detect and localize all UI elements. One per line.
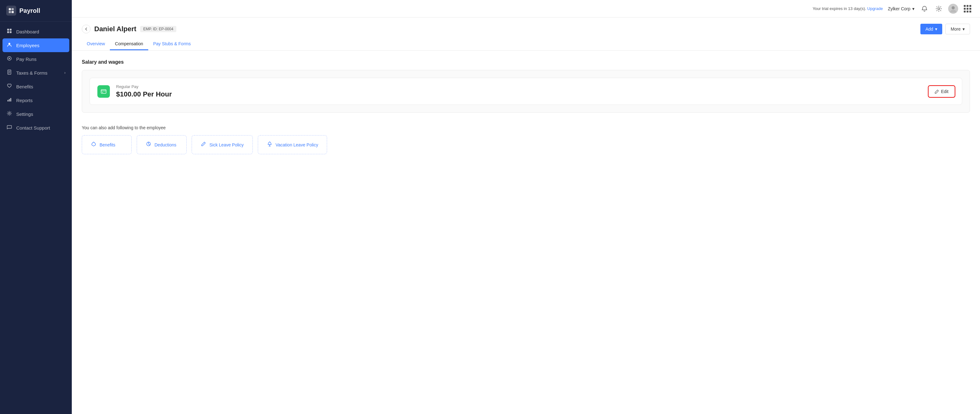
main-wrapper: Your trial expires in 13 day(s). Upgrade… xyxy=(72,0,980,414)
employee-id-badge: EMP. ID: EP-0004 xyxy=(140,26,177,32)
svg-rect-21 xyxy=(101,89,106,93)
vacation-leave-card-label: Vacation Leave Policy xyxy=(275,142,318,147)
employee-name: Daniel Alpert xyxy=(94,25,137,33)
back-button[interactable] xyxy=(82,25,91,33)
svg-rect-0 xyxy=(9,8,11,10)
sidebar-item-employees[interactable]: Employees xyxy=(3,38,69,52)
content: Daniel Alpert EMP. ID: EP-0004 Add ▾ Mor… xyxy=(72,18,980,414)
add-sick-leave-card[interactable]: Sick Leave Policy xyxy=(192,135,253,154)
sidebar: Payroll Dashboard Employees Pay Runs Tax… xyxy=(0,0,72,414)
tabs: Overview Compensation Pay Stubs & Forms xyxy=(72,38,980,51)
taxes-forms-icon xyxy=(6,70,13,76)
svg-rect-2 xyxy=(9,11,11,13)
section-title: Salary and wages xyxy=(82,59,970,65)
org-selector[interactable]: Zylker Corp ▾ xyxy=(888,6,915,11)
header-actions: Add ▾ More ▾ xyxy=(920,24,970,34)
content-body: Salary and wages Regular Pay $100.00 Per… xyxy=(72,51,980,163)
svg-point-18 xyxy=(938,8,940,10)
page-header: Daniel Alpert EMP. ID: EP-0004 Add ▾ Mor… xyxy=(72,18,980,34)
add-benefits-card[interactable]: Benefits xyxy=(82,135,132,154)
pay-runs-icon xyxy=(6,56,13,62)
svg-rect-5 xyxy=(10,29,11,30)
taxes-forms-arrow-icon: › xyxy=(64,70,65,75)
sidebar-item-benefits[interactable]: Benefits xyxy=(0,80,72,93)
page-title-row: Daniel Alpert EMP. ID: EP-0004 xyxy=(82,25,177,33)
top-header: Your trial expires in 13 day(s). Upgrade… xyxy=(72,0,980,18)
sidebar-item-contact-support[interactable]: Contact Support xyxy=(0,121,72,135)
avatar[interactable] xyxy=(948,4,958,14)
settings-icon xyxy=(6,111,13,117)
sidebar-item-pay-runs[interactable]: Pay Runs xyxy=(0,52,72,66)
svg-point-17 xyxy=(9,113,10,114)
upgrade-link[interactable]: Upgrade xyxy=(867,6,883,11)
employees-icon xyxy=(6,42,13,48)
sidebar-nav: Dashboard Employees Pay Runs Taxes & For… xyxy=(0,22,72,414)
sidebar-item-label: Benefits xyxy=(16,84,33,89)
sidebar-item-label: Pay Runs xyxy=(16,57,37,62)
benefits-icon xyxy=(6,83,13,89)
svg-rect-3 xyxy=(11,11,14,13)
svg-rect-7 xyxy=(10,31,11,33)
salary-card-wrapper: Regular Pay $100.00 Per Hour Edit xyxy=(82,70,970,113)
trial-notice: Your trial expires in 13 day(s). Upgrade xyxy=(813,6,883,11)
vacation-leave-card-icon xyxy=(267,141,272,148)
apps-grid-button[interactable] xyxy=(963,4,972,14)
sick-leave-card-label: Sick Leave Policy xyxy=(209,142,244,147)
more-chevron-icon: ▾ xyxy=(963,27,965,32)
add-chevron-icon: ▾ xyxy=(935,27,937,32)
add-following-section: You can also add following to the employ… xyxy=(82,125,970,154)
svg-rect-15 xyxy=(9,99,10,102)
add-cards: Benefits Deductions Sick Leave Policy xyxy=(82,135,970,154)
tab-pay-stubs[interactable]: Pay Stubs & Forms xyxy=(148,38,196,50)
notifications-button[interactable] xyxy=(920,4,929,14)
sidebar-item-reports[interactable]: Reports xyxy=(0,93,72,107)
sick-leave-card-icon xyxy=(201,141,206,148)
logo-icon xyxy=(6,6,16,16)
svg-rect-14 xyxy=(8,100,8,102)
settings-button[interactable] xyxy=(934,4,944,14)
svg-point-20 xyxy=(951,6,955,10)
pay-info: Regular Pay $100.00 Per Hour xyxy=(116,84,923,98)
more-button[interactable]: More ▾ xyxy=(945,24,970,34)
deductions-card-icon xyxy=(146,141,151,148)
add-following-title: You can also add following to the employ… xyxy=(82,125,970,130)
pay-type-icon xyxy=(97,85,110,98)
sidebar-item-label: Employees xyxy=(16,43,39,48)
header-icons xyxy=(920,4,972,14)
svg-rect-6 xyxy=(7,31,9,33)
pay-amount: $100.00 Per Hour xyxy=(116,90,923,98)
sidebar-item-label: Settings xyxy=(16,111,33,117)
tab-overview[interactable]: Overview xyxy=(82,38,110,50)
sidebar-item-label: Reports xyxy=(16,98,33,103)
pay-label: Regular Pay xyxy=(116,84,923,89)
contact-support-icon xyxy=(6,124,13,131)
sidebar-item-settings[interactable]: Settings xyxy=(0,107,72,121)
add-button[interactable]: Add ▾ xyxy=(920,24,942,34)
reports-icon xyxy=(6,97,13,104)
benefits-card-icon xyxy=(91,141,96,148)
sidebar-item-dashboard[interactable]: Dashboard xyxy=(0,25,72,38)
svg-point-8 xyxy=(8,43,10,45)
app-logo: Payroll xyxy=(0,0,72,22)
add-deductions-card[interactable]: Deductions xyxy=(137,135,187,154)
chevron-down-icon: ▾ xyxy=(912,6,915,11)
edit-button[interactable]: Edit xyxy=(929,86,955,97)
svg-rect-16 xyxy=(10,98,11,102)
salary-card: Regular Pay $100.00 Per Hour Edit xyxy=(89,78,962,105)
sidebar-item-label: Taxes & Forms xyxy=(16,70,48,76)
svg-rect-1 xyxy=(11,8,14,10)
sidebar-item-taxes-forms[interactable]: Taxes & Forms › xyxy=(0,66,72,80)
dashboard-icon xyxy=(6,29,13,35)
app-name: Payroll xyxy=(19,7,40,14)
add-vacation-leave-card[interactable]: Vacation Leave Policy xyxy=(258,135,328,154)
svg-rect-4 xyxy=(7,29,9,30)
sidebar-item-label: Contact Support xyxy=(16,125,50,131)
apps-grid-icon xyxy=(964,5,971,13)
sidebar-item-label: Dashboard xyxy=(16,29,39,34)
org-name: Zylker Corp xyxy=(888,6,910,11)
deductions-card-label: Deductions xyxy=(154,142,177,147)
tab-compensation[interactable]: Compensation xyxy=(110,38,148,50)
benefits-card-label: Benefits xyxy=(100,142,116,147)
